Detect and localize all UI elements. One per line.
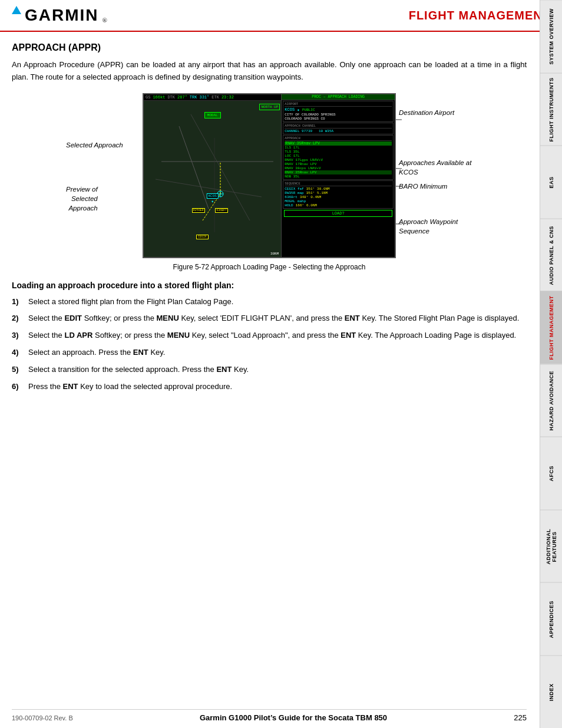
waypoint-636bft: 636BFT	[215, 208, 228, 213]
approaches-available-label: Approaches Available atKCOS	[399, 158, 505, 177]
seq-wpt-5: HOLD	[285, 203, 293, 207]
section-title: APPROACH (APPR)	[12, 42, 527, 53]
waypoint-r25ser: R25SER	[192, 208, 205, 213]
selected-approach-value: RNAV 35Rnav LPV	[285, 141, 392, 146]
header: GARMIN ® FLIGHT MANAGEMENT	[0, 0, 562, 32]
sidebar-tab-flight-management[interactable]: FLIGHT MANAGEMENT	[540, 291, 562, 364]
instruction-item-1: 1) Select a stored flight plan from the …	[12, 296, 527, 308]
seq-row-1: CEGIX faf 351° 30.0NM	[285, 187, 392, 191]
load-button[interactable]: LOAD?	[284, 210, 392, 217]
registered-mark: ®	[103, 17, 107, 24]
sidebar-tab-afcs[interactable]: AFCS	[540, 437, 562, 510]
approach-channel-header: APPROACH CHANNEL	[285, 124, 392, 129]
sidebar-tab-additional-features[interactable]: ADDITIONAL FEATURES	[540, 510, 562, 583]
map-side: GS 166kt DTK 287° TRK 331° ETK 23:32 NOR…	[144, 94, 282, 257]
sidebar-tabs: SYSTEM OVERVIEW FLIGHT INSTRUMENTS EAS A…	[540, 0, 562, 728]
seq-row-4: MOGAL mahp	[285, 199, 392, 203]
sidebar-tab-system-overview[interactable]: SYSTEM OVERVIEW	[540, 0, 562, 73]
screen-wrapper: Selected Approach Preview ofSelectedAppr…	[143, 93, 396, 258]
seq-dist-5: 6.0NM	[306, 203, 317, 207]
seq-wpt-4: MOGAL mahp	[285, 199, 306, 203]
airport-header: AIRPORT	[285, 102, 392, 107]
instruction-text-5: Select a transition for the selected app…	[28, 364, 527, 376]
dtk-value: 287°	[177, 95, 187, 100]
selected-approach-label: Selected Approach	[66, 140, 123, 150]
airport-code: KCOS	[285, 107, 295, 112]
sequence-header: SEQUENCE	[285, 182, 392, 186]
instruction-number-4: 4)	[12, 347, 24, 359]
instruction-number-5: 5)	[12, 364, 24, 376]
instruction-text-4: Select an approach. Press the ENT Key.	[28, 347, 527, 359]
seq-brg-3: 348°	[300, 195, 308, 199]
intro-text: An Approach Procedure (APPR) can be load…	[12, 59, 527, 84]
footer-guide-title: Garmin G1000 Pilot’s Guide for the Socat…	[200, 713, 387, 722]
instructions-title: Loading an approach procedure into a sto…	[12, 281, 527, 290]
map-svg	[144, 103, 281, 257]
trk-label: TRK	[190, 95, 197, 100]
approach-item-2[interactable]: TLS 35L	[285, 150, 392, 154]
figure-caption: Figure 5-72 Approach Loading Page - Sele…	[12, 263, 527, 271]
gs-label: GS	[146, 95, 150, 100]
footer-part-number: 190-00709-02 Rev. B	[12, 714, 73, 722]
etk-value: 23:32	[222, 95, 234, 100]
seq-dist-2: 5.1NM	[317, 191, 328, 195]
instruction-item-6: 6) Press the ENT Key to load the selecte…	[12, 381, 527, 393]
seq-brg-1: 351°	[306, 187, 315, 191]
avionics-screen: GS 166kt DTK 287° TRK 331° ETK 23:32 NOR…	[143, 93, 396, 258]
approach-item-8[interactable]: NDB 35L	[285, 174, 392, 179]
sidebar-tab-flight-instruments[interactable]: FLIGHT INSTRUMENTS	[540, 73, 562, 146]
sequence-section: SEQUENCE CEGIX faf 351° 30.0NM RW35R map…	[283, 180, 394, 209]
seq-dist-3: 0.4NM	[310, 195, 321, 199]
seq-wpt-3: 6368rt	[285, 195, 297, 199]
footer: 190-00709-02 Rev. B Garmin G1000 Pilot’s…	[12, 709, 527, 722]
seq-wpt-2: RW35R map	[285, 191, 303, 195]
approach-item-6[interactable]: RNAV 38cps LNAV+V	[285, 166, 392, 170]
instruction-number-3: 3)	[12, 330, 24, 342]
status-bar: GS 166kt DTK 287° TRK 331° ETK 23:32	[144, 94, 281, 101]
approach-item-7[interactable]: RNAV 35Rnav LPV	[285, 170, 392, 174]
seq-row-5: HOLD 166° 6.0NM	[285, 203, 392, 207]
scale-indicator: 30NM	[270, 252, 279, 256]
instruction-number-6: 6)	[12, 381, 24, 393]
seq-wpt-1: CEGIX faf	[285, 187, 303, 191]
etk-label: ETK	[211, 95, 219, 100]
waypoint-cegix: CEGIX	[196, 235, 209, 239]
sidebar-tab-eas[interactable]: EAS	[540, 146, 562, 219]
sidebar-tab-audio-panel[interactable]: AUDIO PANEL & CNS	[540, 219, 562, 292]
instruction-text-3: Select the LD APR Softkey; or press the …	[28, 330, 527, 342]
seq-brg-5: 166°	[296, 203, 304, 207]
airport-city: CITY OF COLORADO SPRINGS	[285, 113, 392, 117]
logo-text: GARMIN	[25, 6, 99, 25]
instruction-list: 1) Select a stored flight plan from the …	[12, 296, 527, 393]
instruction-item-2: 2) Select the EDIT Softkey; or press the…	[12, 312, 527, 325]
dtk-label: DTK	[167, 95, 175, 100]
instruction-item-5: 5) Select a transition for the selected …	[12, 364, 527, 376]
screen-container: Selected Approach Preview ofSelectedAppr…	[12, 93, 527, 258]
trk-value: 331°	[199, 95, 209, 100]
seq-row-3: 6368rt 348° 0.4NM	[285, 195, 392, 199]
approach-item-4[interactable]: RNAV 17Lgps LNAV+V	[285, 158, 392, 162]
approach-waypoint-sequence-label: Approach WaypointSequence	[399, 217, 505, 236]
approach-channel-value: CHANNEL 97739 10 W35A	[285, 129, 392, 133]
instruction-text-6: Press the ENT Key to load the selected a…	[28, 381, 527, 393]
sidebar-tab-hazard-avoidance[interactable]: HAZARD AVOIDANCE	[540, 364, 562, 437]
approach-list-header: APPROACH	[285, 136, 392, 141]
logo-triangle-icon	[12, 6, 21, 14]
approach-item-5[interactable]: RNAV 17Rnav LPV	[285, 162, 392, 166]
instruction-item-3: 3) Select the LD APR Softkey; or press t…	[12, 330, 527, 342]
approach-item-1[interactable]: ILS 17L	[285, 146, 392, 150]
gs-value: 166kt	[153, 95, 165, 100]
sidebar-tab-appendices[interactable]: APPENDICES	[540, 582, 562, 655]
sidebar-tab-index[interactable]: INDEX	[540, 655, 562, 729]
instruction-item-4: 4) Select an approach. Press the ENT Key…	[12, 347, 527, 359]
approach-channel-section: APPROACH CHANNEL CHANNEL 97739 10 W35A	[283, 123, 394, 134]
airport-type: PUBLIC	[302, 108, 315, 112]
approach-item-3[interactable]: LOC 17L	[285, 154, 392, 158]
seq-dist-1: 30.0NM	[317, 187, 330, 191]
approach-section: APPROACH RNAV 35Rnav LPV ILS 17L TLS 35L…	[283, 135, 394, 180]
instruction-text-1: Select a stored flight plan from the Fli…	[28, 296, 527, 308]
seq-brg-2: 351°	[306, 191, 315, 195]
instruction-number-2: 2)	[12, 312, 24, 325]
instruction-number-1: 1)	[12, 296, 24, 308]
kcos-label: KCOS	[206, 193, 218, 199]
